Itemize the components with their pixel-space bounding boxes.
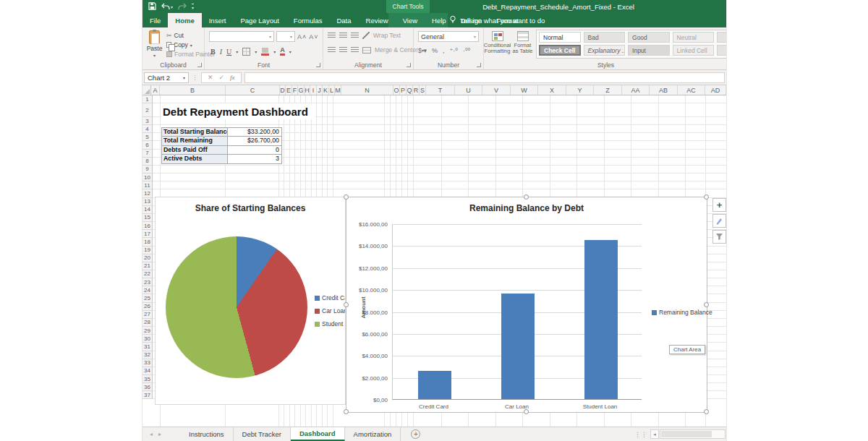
sheet-tab-amortization[interactable]: Amortization [345,427,401,441]
row-header-33[interactable]: 33 [142,359,153,367]
tab-scroll-splitter[interactable]: ⋮⋮ [634,431,647,438]
selection-handle[interactable] [344,302,349,307]
row-header-21[interactable]: 21 [142,262,153,270]
style-cell-normal[interactable]: Normal [539,32,581,43]
add-sheet-button[interactable]: + [411,429,420,439]
column-header-M[interactable]: M [335,85,341,95]
column-header-J[interactable]: J [317,85,323,95]
column-header-G[interactable]: G [298,85,305,95]
row-header-22[interactable]: 22 [142,270,153,278]
sheet-grid[interactable]: 1234567891011121314151617181920212223242… [142,95,726,427]
selection-handle[interactable] [524,409,529,414]
column-header-X[interactable]: X [538,85,566,95]
comma-style-icon[interactable]: , [443,47,445,54]
bar-chart[interactable]: Remaining Balance by Debt Amount $0,00$2… [346,197,707,413]
row-header-13[interactable]: 13 [142,198,153,206]
row-header-36[interactable]: 36 [142,383,153,391]
borders-caret-icon[interactable]: ▾ [255,49,257,54]
row-header-35[interactable]: 35 [142,375,153,383]
selection-handle[interactable] [344,194,349,200]
row-header-37[interactable]: 37 [142,391,153,399]
row-header-16[interactable]: 16 [142,222,153,230]
tab-page-layout[interactable]: Page Layout [233,13,286,27]
italic-button[interactable]: I [220,48,222,56]
row-header-2[interactable]: 2 [142,103,153,117]
name-box[interactable]: Chart 2▾ [144,72,189,83]
tab-view[interactable]: View [396,13,425,27]
selection-handle[interactable] [344,409,349,414]
formula-bar-splitter[interactable]: ⋮ [192,74,198,81]
tab-insert[interactable]: Insert [202,13,234,27]
bar-car-loan[interactable] [501,294,535,399]
scrollbar-track[interactable] [660,429,726,439]
style-cell-neutral[interactable]: Neutral [673,32,715,43]
row-header-3[interactable]: 3 [142,117,153,125]
tab-data[interactable]: Data [329,13,358,27]
fill-caret-icon[interactable]: ▾ [273,49,276,54]
next-sheet-icon[interactable]: ▸ [158,431,161,437]
cancel-icon[interactable]: ✕ [208,74,213,81]
row-header-27[interactable]: 27 [142,311,153,319]
chart-elements-button[interactable]: + [712,198,726,212]
font-color-icon[interactable]: A [280,47,285,56]
format-as-table-button[interactable]: Format as Table [511,31,535,54]
clipboard-dialog-launcher-icon[interactable] [197,63,202,67]
column-header-Z[interactable]: Z [594,85,622,95]
underline-button[interactable]: U [226,48,231,56]
column-header-Y[interactable]: Y [566,85,594,95]
column-header-R[interactable]: R [413,85,420,95]
row-header-8[interactable]: 8 [142,158,153,166]
row-header-18[interactable]: 18 [142,238,153,246]
merge-center-icon[interactable] [362,47,371,53]
chart-styles-button[interactable] [712,214,726,228]
style-cell-clipped[interactable] [717,45,727,56]
accounting-format-icon[interactable]: $ ▾ [418,47,427,54]
sheet-tab-dashboard[interactable]: Dashboard [291,427,345,441]
summary-table[interactable]: Total Starting Balance$33.200,00Total Re… [161,127,282,164]
paste-button[interactable]: Paste ▾ [145,30,164,61]
column-header-O[interactable]: O [393,85,400,95]
font-size-combobox[interactable]: ▾ [276,31,295,42]
percent-style-icon[interactable]: % [432,47,438,54]
selection-handle[interactable] [704,409,709,414]
chart-filters-button[interactable] [712,230,726,244]
column-header-K[interactable]: K [323,85,329,95]
tab-formulas[interactable]: Formulas [286,13,330,27]
column-header-T[interactable]: T [426,85,455,95]
column-header-F[interactable]: F [292,85,298,95]
wrap-text-button[interactable]: Wrap Text [373,32,401,39]
bar-chart-plot-area[interactable] [392,224,642,400]
fill-color-icon[interactable] [261,48,269,56]
column-header-A[interactable]: A [151,85,160,95]
row-header-19[interactable]: 19 [142,247,153,254]
row-header-24[interactable]: 24 [142,286,153,294]
font-color-caret-icon[interactable]: ▾ [289,49,292,54]
column-header-N[interactable]: N [341,85,393,95]
column-header-C[interactable]: C [226,85,280,95]
row-header-17[interactable]: 17 [142,230,153,238]
bold-button[interactable]: B [210,48,216,56]
alignment-dialog-launcher-icon[interactable] [407,63,411,67]
merge-center-button[interactable]: Merge & Center [375,46,418,53]
align-middle-icon[interactable] [339,33,347,39]
insert-function-icon[interactable]: fx [230,74,235,81]
column-header-S[interactable]: S [420,85,426,95]
row-header-1[interactable]: 1 [142,95,153,103]
sheet-tab-debt-tracker[interactable]: Debt Tracker [234,427,291,441]
row-header-14[interactable]: 14 [142,206,153,214]
align-bottom-icon[interactable] [351,33,359,39]
style-cell-input[interactable]: Input [628,45,670,56]
column-header-V[interactable]: V [482,85,511,95]
conditional-formatting-button[interactable]: Conditional Formatting [485,31,509,54]
column-header-D[interactable]: D [280,85,286,95]
pie-chart[interactable]: Share of Starting Balances Credit CardCa… [155,197,346,405]
column-header-AB[interactable]: AB [650,85,678,95]
row-header-7[interactable]: 7 [142,150,153,158]
align-right-icon[interactable] [351,47,359,53]
column-header-P[interactable]: P [400,85,407,95]
row-header-5[interactable]: 5 [142,133,153,141]
font-name-combobox[interactable]: ▾ [209,31,274,42]
row-header-34[interactable]: 34 [142,367,153,375]
column-header-W[interactable]: W [511,85,538,95]
font-dialog-launcher-icon[interactable] [316,63,320,67]
